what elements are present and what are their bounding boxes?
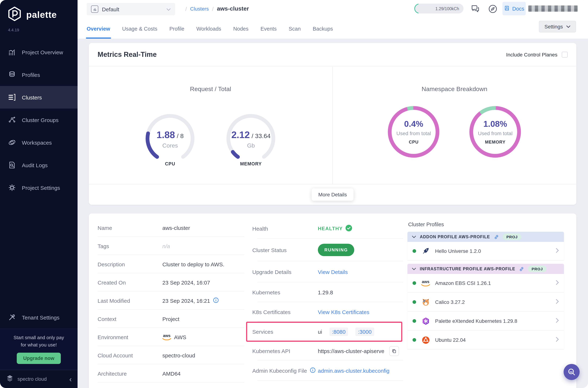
detail-row-name: Name aws-cluster bbox=[89, 218, 249, 237]
aws-logo-icon: aws bbox=[162, 334, 171, 340]
app-window: palette 4.4.19 Project Overview bbox=[0, 0, 588, 388]
view-details-link[interactable]: View Details bbox=[318, 269, 348, 275]
pxk-hexagon-icon bbox=[421, 316, 430, 326]
tab-nodes[interactable]: Nodes bbox=[233, 19, 249, 39]
detail-row-created-on: Created On 23 Sep 2024, 16:07 bbox=[89, 273, 249, 291]
promo-text-line1: Start small and only pay bbox=[4, 334, 74, 341]
sidebar-item-tenant-settings[interactable]: Tenant Settings bbox=[0, 306, 78, 329]
status-row-services: Services ui :8080 :3000 bbox=[249, 322, 407, 341]
detail-label: Kubernetes API bbox=[252, 348, 318, 354]
project-scope-icon bbox=[91, 5, 98, 13]
profile-item-palette-extended-kubernetes[interactable]: Palette eXtended Kubernetes 1.29.8 bbox=[407, 312, 564, 330]
detail-value: Cluster to deploy to AWS. bbox=[162, 261, 225, 267]
detail-value: 23 Sep 2024, 16:07 bbox=[162, 279, 210, 286]
sidebar-item-project-settings[interactable]: Project Settings bbox=[0, 176, 78, 199]
book-icon bbox=[504, 5, 510, 12]
metrics-body: Request / Total 1.88 / bbox=[89, 67, 576, 184]
sidebar-footer: spectro cloud ‹ bbox=[0, 370, 78, 388]
project-selector-value: Default bbox=[102, 6, 119, 12]
breadcrumb-separator: / bbox=[185, 6, 187, 12]
settings-dropdown-button[interactable]: Settings bbox=[539, 21, 576, 32]
namespace-breakdown-title: Namespace Breakdown bbox=[333, 86, 576, 93]
rocket-icon bbox=[421, 246, 430, 256]
user-name-redacted[interactable] bbox=[528, 5, 578, 12]
include-control-planes-checkbox[interactable] bbox=[562, 51, 568, 57]
more-details-button[interactable]: More Details bbox=[312, 188, 353, 201]
chevron-right-icon bbox=[556, 247, 559, 254]
tab-profile[interactable]: Profile bbox=[169, 19, 184, 39]
namespace-memory-percent: 1.08% bbox=[468, 119, 523, 129]
detail-value: aws AWS bbox=[162, 334, 186, 340]
aws-logo-icon: aws bbox=[421, 278, 430, 288]
sidebar-item-project-overview[interactable]: Project Overview bbox=[0, 41, 78, 63]
chevron-right-icon bbox=[556, 280, 559, 287]
environment-value: AWS bbox=[174, 334, 186, 340]
detail-row-environment: Environment aws AWS bbox=[89, 328, 249, 346]
sidebar-item-cluster-groups[interactable]: Cluster Groups bbox=[0, 109, 78, 131]
tab-events[interactable]: Events bbox=[261, 19, 277, 39]
infrastructure-profile-header[interactable]: INFRASTRUCTURE PROFILE AWS-PROFILE PROJ bbox=[407, 264, 564, 274]
detail-label: Health bbox=[252, 225, 318, 232]
addon-profile-header[interactable]: ADDON PROFILE AWS-PROFILE PROJ bbox=[407, 232, 564, 242]
service-port-link[interactable]: :8080 bbox=[329, 327, 348, 336]
status-row-kubernetes: Kubernetes 1.29.8 bbox=[249, 282, 407, 302]
sidebar-item-clusters[interactable]: Clusters bbox=[0, 86, 78, 109]
status-dot-icon bbox=[412, 281, 416, 285]
cluster-tabs: Overview Usage & Costs Profile Workloads… bbox=[87, 19, 333, 39]
detail-label: Tags bbox=[98, 243, 162, 249]
info-icon[interactable] bbox=[213, 297, 219, 304]
running-status-badge[interactable]: RUNNING bbox=[318, 244, 354, 256]
brand-name: palette bbox=[26, 9, 57, 20]
profile-item-amazon-ebs-csi[interactable]: aws Amazon EBS CSI 1.26.1 bbox=[407, 274, 564, 292]
detail-row-cloud-account: Cloud Account spectro-cloud bbox=[89, 346, 249, 364]
kubernetes-version-value: 1.29.8 bbox=[318, 289, 333, 295]
search-help-fab[interactable] bbox=[564, 364, 580, 380]
usage-progress-arc bbox=[414, 4, 424, 13]
sidebar-item-label: Project Settings bbox=[22, 185, 60, 191]
tab-workloads[interactable]: Workloads bbox=[196, 19, 221, 39]
chevron-down-icon bbox=[412, 267, 416, 270]
copy-icon[interactable] bbox=[389, 346, 399, 356]
detail-value: n/a bbox=[162, 243, 170, 249]
detail-label: Services bbox=[252, 328, 318, 335]
chevron-down-icon bbox=[166, 6, 171, 12]
tab-backups[interactable]: Backups bbox=[313, 19, 333, 39]
project-selector[interactable]: Default bbox=[87, 3, 175, 15]
proj-scope-badge: PROJ bbox=[503, 234, 521, 240]
chevron-down-icon bbox=[566, 25, 570, 28]
upgrade-now-button[interactable]: Upgrade now bbox=[17, 353, 61, 364]
profile-item-calico[interactable]: Calico 3.27.2 bbox=[407, 293, 564, 311]
profile-item-hello-universe[interactable]: Hello Universe 1.2.0 bbox=[407, 242, 564, 260]
tab-scan[interactable]: Scan bbox=[289, 19, 301, 39]
cluster-details-card: Name aws-cluster Tags n/a Description Cl… bbox=[89, 214, 576, 388]
sidebar-item-profiles[interactable]: Profiles bbox=[0, 63, 78, 86]
sidebar-item-workspaces[interactable]: Workspaces bbox=[0, 131, 78, 154]
detail-label: Name bbox=[98, 225, 162, 231]
addon-profile-header-label: ADDON PROFILE AWS-PROFILE bbox=[420, 235, 490, 239]
view-k8s-certificates-link[interactable]: View K8s Certificates bbox=[318, 309, 369, 315]
docs-button[interactable]: Docs bbox=[502, 2, 526, 15]
top-bar: Default / Clusters / aws-cluster 1.29/10… bbox=[78, 0, 588, 39]
collapse-sidebar-icon[interactable]: ‹ bbox=[69, 375, 72, 383]
tab-usage-costs[interactable]: Usage & Costs bbox=[122, 19, 157, 39]
cpu-used-value: 1.88 bbox=[157, 129, 175, 141]
detail-value: spectro-cloud bbox=[162, 352, 195, 358]
promo-text-line2: for what you use! bbox=[4, 341, 74, 348]
check-circle-icon bbox=[346, 225, 352, 232]
request-total-panel: Request / Total 1.88 / bbox=[89, 67, 333, 184]
tab-overview[interactable]: Overview bbox=[87, 19, 110, 39]
namespace-cpu-label: CPU bbox=[386, 140, 441, 145]
service-port-link[interactable]: :3000 bbox=[355, 327, 374, 336]
breadcrumb-clusters-link[interactable]: Clusters bbox=[190, 6, 209, 12]
donuts-row: 0.4% Used from total CPU bbox=[333, 105, 576, 159]
compass-help-icon[interactable] bbox=[488, 4, 498, 14]
profile-item-ubuntu[interactable]: Ubuntu 22.04 bbox=[407, 331, 564, 349]
sidebar-item-label: Workspaces bbox=[22, 139, 52, 146]
chat-feedback-icon[interactable] bbox=[470, 4, 480, 14]
kubeconfig-download-link[interactable]: admin.aws-cluster.kubeconfig bbox=[318, 367, 390, 374]
info-icon[interactable] bbox=[310, 367, 316, 374]
sidebar-item-audit-logs[interactable]: Audit Logs bbox=[0, 154, 78, 176]
sidebar-nav: Project Overview Profiles Clusters bbox=[0, 41, 78, 199]
usage-quota-badge[interactable]: 1.29/100kCh bbox=[414, 4, 463, 13]
profile-item-label: Hello Universe 1.2.0 bbox=[435, 248, 481, 254]
